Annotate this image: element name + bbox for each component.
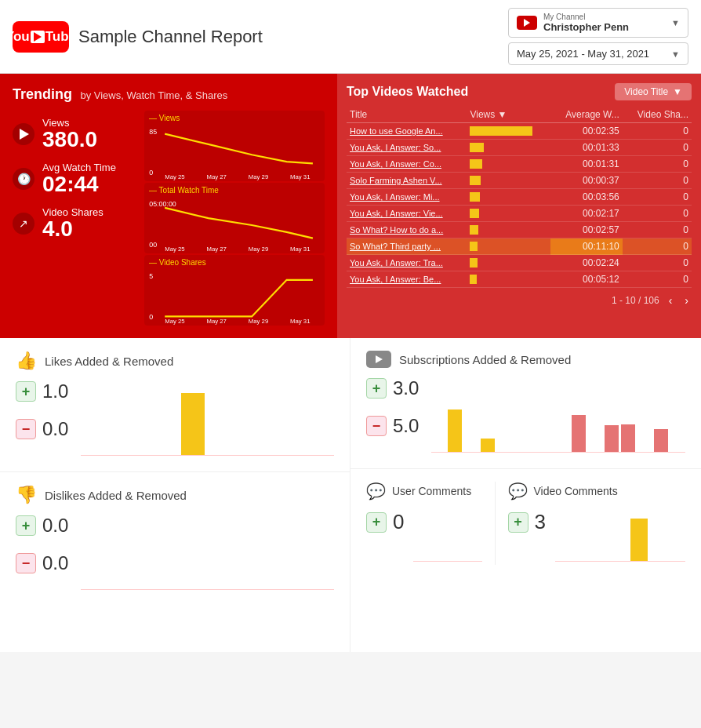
views-bar-cell — [467, 123, 550, 140]
likes-title: Likes Added & Removed — [45, 355, 173, 368]
dislikes-block: 👎 Dislikes Added & Removed + 0.0 − 0.0 — [0, 472, 350, 606]
video-title-cell[interactable]: How to use Google An... — [347, 123, 467, 140]
sub-removed-value: 5.0 — [393, 415, 419, 437]
video-link[interactable]: You Ask, I Answer: Mi... — [350, 192, 463, 202]
views-bar-cell — [467, 206, 550, 222]
minus-sign: − — [16, 419, 36, 439]
views-bar-cell — [467, 189, 550, 206]
video-link[interactable]: You Ask, I Answer: Tra... — [350, 258, 463, 268]
video-link[interactable]: How to use Google An... — [350, 126, 463, 136]
sub-added-value: 3.0 — [393, 377, 419, 399]
video-title-cell[interactable]: You Ask, I Answer: So... — [347, 140, 467, 156]
dislikes-removed-value: 0.0 — [42, 552, 68, 574]
dislikes-title: Dislikes Added & Removed — [45, 489, 187, 502]
table-row: Solo Farming Ashen V... 00:00:37 0 — [347, 173, 692, 189]
comments-area: 💬 User Comments + 0 💬 Video C — [350, 469, 701, 577]
likes-removed-row: − 0.0 — [16, 418, 68, 440]
svg-text:May 31: May 31 — [290, 173, 310, 180]
pagination: 1 - 10 / 106 ‹ › — [347, 293, 692, 308]
prev-page-button[interactable]: ‹ — [666, 293, 676, 308]
views-bar-cell — [467, 271, 550, 288]
video-title-cell[interactable]: You Ask, I Answer: Vie... — [347, 206, 467, 222]
next-page-button[interactable]: › — [681, 293, 692, 308]
likes-nums: + 1.0 − 0.0 — [16, 380, 68, 440]
channel-info: My Channel Christopher Penn — [543, 13, 629, 33]
watch-time-chart-label: — Total Watch Time — [149, 186, 219, 195]
shares-cell: 0 — [623, 173, 692, 189]
svg-text:5: 5 — [149, 272, 153, 280]
date-range: May 25, 2021 - May 31, 2021 — [517, 48, 649, 60]
likes-bar-chart — [81, 380, 334, 459]
upper-area: Trending by Views, Watch Time, & Shares … — [0, 74, 701, 338]
date-selector[interactable]: May 25, 2021 - May 31, 2021 ▼ — [508, 42, 688, 65]
table-row: So What? How to do a... 00:02:57 0 — [347, 222, 692, 238]
yt-logo-you: You — [5, 29, 30, 45]
video-title-cell[interactable]: You Ask, I Answer: Mi... — [347, 189, 467, 206]
likes-block: 👍 Likes Added & Removed + 1.0 − 0.0 — [0, 338, 350, 472]
views-chart-svg: 85 0 May 25 May 27 May 29 May 31 — [147, 125, 321, 181]
video-title-cell[interactable]: You Ask, I Answer: Co... — [347, 156, 467, 173]
shares-chart: — Video Shares 5 0 May 25 May 27 May 29 … — [144, 255, 325, 326]
user-comment-stats: + 0 — [366, 510, 482, 565]
svg-text:May 27: May 27 — [206, 246, 226, 253]
vc-bar-5 — [630, 519, 648, 562]
video-title-cell[interactable]: So What? Third party ... — [347, 238, 467, 255]
share-icon: ↗ — [13, 213, 35, 235]
video-title-cell[interactable]: So What? How to do a... — [347, 222, 467, 238]
likes-header: 👍 Likes Added & Removed — [16, 351, 334, 371]
col-avg-watch: Average W... — [550, 107, 623, 123]
sub-header: Subscriptions Added & Removed — [366, 351, 685, 368]
svg-text:May 29: May 29 — [249, 318, 268, 325]
svg-text:May 31: May 31 — [290, 246, 310, 253]
date-chevron-icon: ▼ — [671, 49, 680, 59]
dislikes-added-row: + 0.0 — [16, 515, 68, 537]
video-link[interactable]: Solo Farming Ashen V... — [350, 176, 463, 185]
video-link[interactable]: You Ask, I Answer: Be... — [350, 275, 463, 284]
video-comments-value: 3 — [535, 510, 546, 534]
video-link[interactable]: You Ask, I Answer: Co... — [350, 159, 463, 169]
video-title-cell[interactable]: Solo Farming Ashen V... — [347, 173, 467, 189]
yt-logo-tube: Tube — [45, 29, 76, 45]
sub-bar-add-4 — [481, 439, 495, 453]
sub-removed-row: − 5.0 — [366, 415, 419, 437]
video-link[interactable]: You Ask, I Answer: Vie... — [350, 209, 463, 218]
sub-bar-chart — [431, 377, 685, 456]
video-title-cell[interactable]: You Ask, I Answer: Be... — [347, 271, 467, 288]
table-row: You Ask, I Answer: Tra... 00:02:24 0 — [347, 255, 692, 271]
views-chart: — Views 85 0 May 25 May 27 May 29 May 31 — [144, 111, 325, 181]
sub-bar-add-2 — [448, 410, 462, 453]
svg-text:May 27: May 27 — [206, 318, 226, 325]
avg-watch-cell: 00:02:24 — [550, 255, 623, 271]
watch-time-chart-svg: 05:00:00 00 May 25 May 27 May 29 May 31 — [147, 197, 321, 253]
col-views[interactable]: Views ▼ — [467, 107, 550, 123]
sub-bar-rem-7 — [654, 429, 668, 453]
channel-label: My Channel — [543, 13, 629, 21]
views-bar-cell — [467, 140, 550, 156]
video-link[interactable]: You Ask, I Answer: So... — [350, 143, 463, 152]
channel-selector[interactable]: My Channel Christopher Penn ▼ — [508, 8, 688, 38]
svg-text:0: 0 — [149, 313, 153, 321]
shares-chart-label: — Video Shares — [149, 258, 206, 267]
svg-text:May 29: May 29 — [249, 246, 268, 253]
dislikes-removed-row: − 0.0 — [16, 552, 68, 574]
sub-nums: + 3.0 − 5.0 — [366, 377, 419, 437]
video-comments-header: 💬 Video Comments — [508, 482, 685, 500]
shares-cell: 0 — [623, 222, 692, 238]
video-filter-button[interactable]: Video Title ▼ — [615, 83, 692, 100]
bar-5 — [181, 393, 205, 456]
sub-stats-row: + 3.0 − 5.0 — [366, 377, 685, 456]
video-link[interactable]: So What? Third party ... — [350, 242, 463, 251]
watch-time-chart: — Total Watch Time 05:00:00 00 May 25 Ma… — [144, 183, 325, 253]
svg-text:May 31: May 31 — [290, 318, 310, 325]
avg-watch-cell: 00:02:57 — [550, 222, 623, 238]
svg-text:05:00:00: 05:00:00 — [149, 200, 176, 208]
video-title-cell[interactable]: You Ask, I Answer: Tra... — [347, 255, 467, 271]
filter-chevron-icon: ▼ — [673, 86, 682, 97]
avg-watch-cell: 00:01:31 — [550, 156, 623, 173]
video-link[interactable]: So What? How to do a... — [350, 225, 463, 235]
table-row: How to use Google An... 00:02:35 0 — [347, 123, 692, 140]
shares-value: 4.0 — [42, 218, 104, 240]
shares-cell: 0 — [623, 156, 692, 173]
thumbs-up-icon: 👍 — [16, 351, 37, 371]
svg-text:May 27: May 27 — [206, 173, 226, 180]
